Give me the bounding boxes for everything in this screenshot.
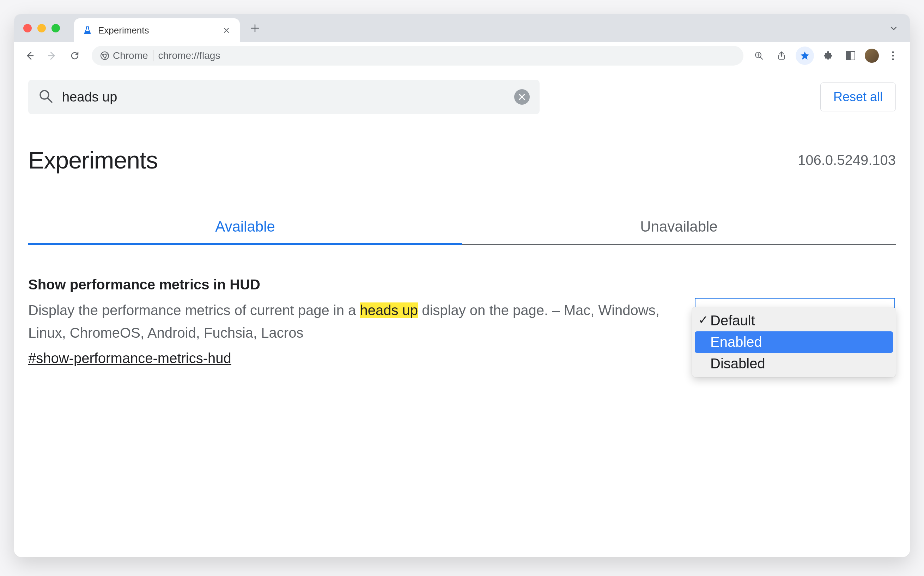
flag-desc-pre: Display the performance metrics of curre… [28, 302, 360, 318]
flag-description: Display the performance metrics of curre… [28, 299, 666, 344]
tab-available-label: Available [215, 218, 275, 235]
tab-unavailable-label: Unavailable [640, 218, 717, 235]
dropdown-option-enabled[interactable]: Enabled [695, 331, 893, 353]
flag-hash-link[interactable]: #show-performance-metrics-hud [28, 350, 231, 366]
menu-icon[interactable] [884, 47, 902, 64]
flag-item: Show performance metrics in HUD Display … [28, 277, 896, 366]
tab-bar: Experiments [14, 14, 910, 42]
dropdown-label: Default [710, 313, 755, 328]
flag-dropdown: Default Enabled Disabled [692, 307, 896, 377]
reset-all-label: Reset all [833, 90, 883, 104]
svg-point-5 [892, 54, 894, 56]
svg-point-6 [892, 58, 894, 60]
flask-icon [83, 26, 92, 35]
flag-control: Default Enabled Disabled [695, 277, 896, 366]
dropdown-label: Disabled [710, 356, 765, 371]
search-row: Reset all [14, 69, 910, 125]
reading-list-icon[interactable] [842, 47, 859, 64]
tab-list-button[interactable] [887, 21, 901, 35]
reload-button[interactable] [65, 46, 85, 66]
tab-unavailable[interactable]: Unavailable [462, 209, 896, 244]
address-bar[interactable]: Chrome chrome://flags [92, 46, 743, 66]
dropdown-option-default[interactable]: Default [695, 310, 893, 331]
zoom-icon[interactable] [751, 47, 767, 64]
search-highlight: heads up [360, 302, 418, 318]
toolbar-actions [751, 46, 902, 65]
page-body: Experiments 106.0.5249.103 Available Una… [14, 125, 910, 380]
page-title: Experiments [28, 146, 158, 174]
chrome-icon [100, 51, 109, 60]
star-icon [796, 47, 813, 64]
bookmark-button[interactable] [796, 46, 814, 65]
site-chip-label: Chrome [113, 50, 148, 61]
search-icon [38, 88, 54, 106]
back-button[interactable] [20, 46, 40, 66]
version-text: 106.0.5249.103 [798, 152, 896, 168]
close-tab-icon[interactable] [221, 26, 231, 35]
page-content: Reset all Experiments 106.0.5249.103 Ava… [14, 69, 910, 557]
toolbar: Chrome chrome://flags [14, 42, 910, 69]
tab-strip: Available Unavailable [28, 209, 896, 245]
dropdown-label: Enabled [710, 334, 762, 350]
share-icon[interactable] [773, 47, 790, 64]
new-tab-button[interactable] [245, 19, 264, 38]
close-icon [518, 93, 526, 101]
minimize-window-button[interactable] [37, 24, 46, 32]
reset-all-button[interactable]: Reset all [820, 83, 896, 111]
flag-title: Show performance metrics in HUD [28, 277, 666, 293]
browser-window: Experiments [14, 14, 910, 557]
url-text: chrome://flags [159, 50, 220, 61]
profile-avatar[interactable] [865, 49, 879, 63]
window-controls [23, 24, 60, 32]
maximize-window-button[interactable] [51, 24, 60, 32]
flag-text: Show performance metrics in HUD Display … [28, 277, 666, 366]
forward-button[interactable] [42, 46, 62, 66]
site-chip[interactable]: Chrome [100, 50, 154, 61]
tab-title: Experiments [98, 25, 216, 36]
dropdown-option-disabled[interactable]: Disabled [695, 353, 893, 374]
heading-row: Experiments 106.0.5249.103 [28, 146, 896, 174]
search-input[interactable] [62, 90, 506, 105]
svg-point-4 [892, 51, 894, 53]
extensions-icon[interactable] [820, 47, 836, 64]
clear-search-button[interactable] [514, 89, 530, 105]
search-box [28, 80, 540, 114]
tab-available[interactable]: Available [28, 209, 462, 244]
close-window-button[interactable] [23, 24, 32, 32]
browser-tab[interactable]: Experiments [74, 18, 240, 42]
